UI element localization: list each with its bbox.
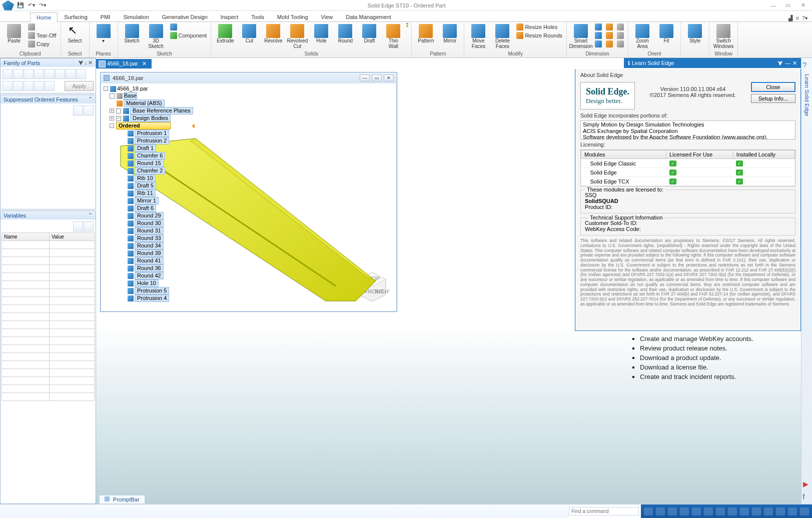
revolved-cut-button[interactable]: Revolved Cut [286, 23, 308, 49]
feature-node[interactable]: Chamfer 2 [103, 167, 196, 174]
viewport[interactable]: 4566_18.par✕ 4566_18.par —▭✕ FRONT [96, 58, 812, 504]
feature-node[interactable]: Chamfer 6 [103, 152, 196, 160]
learn-item[interactable]: Create and manage WebKey accounts. [640, 334, 794, 344]
planes-button[interactable]: ▾ [93, 23, 115, 44]
paste-button[interactable]: Paste [3, 23, 25, 44]
var-btn1[interactable] [73, 222, 83, 232]
hole-button[interactable]: Hole [310, 23, 332, 44]
dim-extra9[interactable] [616, 40, 625, 48]
learn-item[interactable]: Create and track incident reports. [640, 372, 794, 382]
tree-design-bodies[interactable]: Design Bodies [130, 114, 171, 122]
tree-toggle4[interactable]: - [110, 124, 114, 128]
pattern-button[interactable]: Pattern [415, 23, 437, 44]
tab-surfacing[interactable]: Surfacing [58, 12, 94, 22]
fam-btn11[interactable] [24, 81, 34, 91]
learn-min-icon[interactable]: — [785, 60, 790, 66]
close-icon[interactable]: ✕ [796, 1, 810, 10]
cut-button[interactable] [27, 23, 58, 31]
var-btn2[interactable] [84, 222, 94, 232]
dim-extra3[interactable] [594, 40, 603, 48]
panel-close-icon[interactable]: ✕ [88, 60, 93, 66]
feature-node[interactable]: Mirror 1 [103, 197, 196, 204]
feature-node[interactable]: Round 29 [103, 212, 196, 220]
style-button[interactable]: Style [684, 23, 706, 44]
feature-tree[interactable]: -4566_18.par Base Material (ABS) +Base R… [103, 86, 196, 302]
close-button[interactable]: Close [751, 82, 795, 92]
tab-generative-design[interactable]: Generative Design [156, 12, 214, 22]
smart-dimension-button[interactable]: Smart Dimension [570, 23, 592, 49]
dim-extra2[interactable] [594, 32, 603, 40]
maximize-icon[interactable]: ▭ [781, 1, 795, 10]
learn-item[interactable]: Download a product update. [640, 353, 794, 362]
learn-close-icon[interactable]: ✕ [792, 60, 797, 66]
fam-btn1[interactable] [3, 69, 13, 79]
ribbon-minimize-icon[interactable]: ▟ [788, 15, 792, 22]
sb-icon14[interactable] [800, 508, 809, 516]
qa-redo-icon[interactable]: ↷▾ [38, 1, 47, 10]
apply-button[interactable]: Apply [65, 81, 94, 91]
zoom-area-button[interactable]: Zoom Area [631, 23, 653, 49]
mdi-min-icon[interactable]: — [360, 74, 370, 82]
col-modules[interactable]: Modules [581, 150, 666, 159]
tab-tools[interactable]: Tools [245, 12, 271, 22]
learn-item[interactable]: Download a license file. [640, 362, 794, 372]
col-licensed[interactable]: Licensed For Use [666, 150, 733, 159]
tearoff-button[interactable]: Tear-Off [27, 32, 58, 40]
sb-icon1[interactable] [644, 508, 653, 516]
feature-node[interactable]: Round 33 [103, 234, 196, 242]
variables-table[interactable]: NameValue [2, 232, 95, 401]
tab-mold-tooling[interactable]: Mold Tooling [271, 12, 315, 22]
sketch-button[interactable]: Sketch [121, 23, 143, 44]
solid-extra3-icon[interactable] [406, 26, 408, 27]
qa-save-icon[interactable]: 💾 [16, 1, 25, 10]
sb-icon10[interactable] [752, 508, 761, 516]
feature-node[interactable]: Round 36 [103, 264, 196, 272]
app-icon[interactable] [2, 0, 14, 10]
dim-extra4[interactable] [605, 23, 614, 31]
fam-btn4[interactable] [34, 69, 44, 79]
design-check[interactable]: ✓ [116, 116, 121, 121]
solid-extra2-icon[interactable] [406, 24, 408, 26]
sb-icon5[interactable] [692, 508, 701, 516]
facebook-icon[interactable]: f [803, 493, 811, 501]
tab-simulation[interactable]: Simulation [117, 12, 155, 22]
sb-icon7[interactable] [716, 508, 725, 516]
feature-node[interactable]: Protrusion 1 [103, 130, 196, 137]
feature-node[interactable]: Draft 1 [103, 144, 196, 152]
fam-btn13[interactable] [45, 81, 55, 91]
draft-button[interactable]: Draft [358, 23, 380, 44]
feature-node[interactable]: Round 30 [103, 220, 196, 227]
tab-view[interactable]: View [315, 12, 340, 22]
cut-solid-button[interactable]: Cut [238, 23, 260, 44]
dim-extra8[interactable] [616, 32, 625, 40]
sidebar-learn-label[interactable]: Learn Solid Edge [804, 74, 810, 116]
refplane-check[interactable] [116, 108, 121, 114]
panel-min-icon[interactable]: ↓ [85, 60, 88, 66]
move-faces-button[interactable]: Move Faces [467, 23, 489, 49]
feature-node[interactable]: Draft 5 [103, 182, 196, 190]
youtube-icon[interactable]: ▶ [803, 480, 811, 488]
fam-btn8[interactable] [76, 69, 86, 79]
learn-pin-icon[interactable]: ⮟ [777, 60, 783, 66]
tree-toggle2[interactable]: + [110, 108, 114, 113]
feature-node[interactable]: Protrusion 2 [103, 137, 196, 144]
fam-btn10[interactable] [13, 81, 23, 91]
fam-btn12[interactable] [34, 81, 44, 91]
tree-root[interactable]: 4566_18.par [117, 86, 148, 92]
collapse-icon[interactable]: ⌃ [88, 96, 93, 102]
sb-icon2[interactable] [656, 508, 665, 516]
learn-item[interactable]: Review product release notes. [640, 344, 794, 353]
feature-node[interactable]: Round 34 [103, 242, 196, 250]
minimize-icon[interactable]: — [766, 1, 780, 10]
panel-pin-icon[interactable]: ⮟ [78, 60, 84, 66]
mdi-window[interactable]: 4566_18.par —▭✕ FRONT RIGHT TOP [100, 72, 397, 312]
thin-wall-button[interactable]: Thin Wall [382, 23, 404, 49]
feature-node[interactable]: Protrusion 5 [103, 287, 196, 294]
dim-extra5[interactable] [605, 32, 614, 40]
col-name[interactable]: Name [2, 233, 50, 241]
fit-button[interactable]: Fit [655, 23, 677, 44]
tab-pmi[interactable]: PMI [94, 12, 117, 22]
base-check[interactable] [110, 94, 115, 98]
fam-btn5[interactable] [45, 69, 55, 79]
help-icon[interactable]: ? [803, 61, 811, 69]
